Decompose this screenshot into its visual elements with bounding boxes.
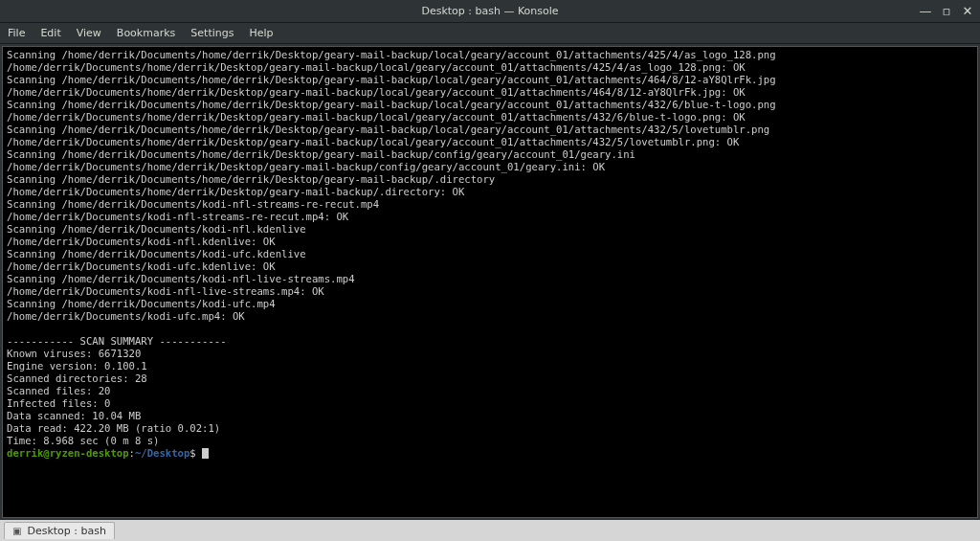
tabbar: ▣ Desktop : bash	[0, 520, 980, 541]
terminal-line: Data scanned: 10.04 MB	[7, 410, 973, 422]
terminal-line: ----------- SCAN SUMMARY -----------	[7, 335, 973, 348]
cursor	[202, 448, 209, 459]
terminal-line: Infected files: 0	[7, 397, 973, 410]
menu-view[interactable]: View	[77, 27, 101, 39]
menubar: File Edit View Bookmarks Settings Help	[0, 23, 980, 44]
terminal-line: Scanning /home/derrik/Documents/home/der…	[7, 49, 973, 61]
tab-label: Desktop : bash	[27, 525, 106, 537]
terminal-line: Known viruses: 6671320	[7, 348, 973, 360]
terminal-area[interactable]: Scanning /home/derrik/Documents/home/der…	[2, 46, 978, 518]
window-controls: — ▫ ✕	[919, 0, 974, 22]
prompt-user: derrik@ryzen-desktop	[7, 447, 129, 459]
terminal-line: /home/derrik/Documents/home/derrik/Deskt…	[7, 136, 973, 148]
terminal-output: Scanning /home/derrik/Documents/home/der…	[7, 49, 973, 460]
prompt-path: ~/Desktop	[135, 447, 189, 459]
terminal-line: Scanning /home/derrik/Documents/kodi-ufc…	[7, 248, 973, 260]
menu-file[interactable]: File	[8, 27, 25, 39]
titlebar[interactable]: Desktop : bash — Konsole — ▫ ✕	[0, 0, 980, 23]
menu-settings[interactable]: Settings	[190, 27, 234, 39]
maximize-button[interactable]: ▫	[940, 5, 953, 18]
menu-help[interactable]: Help	[249, 27, 273, 39]
terminal-line: Scanning /home/derrik/Documents/kodi-nfl…	[7, 198, 973, 211]
terminal-line: Scanning /home/derrik/Documents/kodi-nfl…	[7, 223, 973, 236]
terminal-line: /home/derrik/Documents/kodi-nfl.kdenlive…	[7, 236, 973, 248]
terminal-line: /home/derrik/Documents/kodi-nfl-streams-…	[7, 211, 973, 223]
terminal-line: Scanning /home/derrik/Documents/home/der…	[7, 148, 973, 161]
terminal-line: /home/derrik/Documents/kodi-nfl-live-str…	[7, 285, 973, 298]
prompt-dollar: $	[189, 447, 202, 459]
terminal-line: /home/derrik/Documents/home/derrik/Deskt…	[7, 111, 973, 124]
terminal-line: Scanning /home/derrik/Documents/kodi-ufc…	[7, 298, 973, 310]
menu-edit[interactable]: Edit	[40, 27, 60, 39]
terminal-line: Scanned files: 20	[7, 385, 973, 397]
terminal-line	[7, 323, 973, 335]
terminal-line: /home/derrik/Documents/home/derrik/Deskt…	[7, 186, 973, 198]
minimize-button[interactable]: —	[919, 5, 932, 18]
close-button[interactable]: ✕	[961, 5, 974, 18]
terminal-line: /home/derrik/Documents/kodi-ufc.kdenlive…	[7, 260, 973, 273]
terminal-line: Scanned directories: 28	[7, 372, 973, 385]
terminal-line: Scanning /home/derrik/Documents/home/der…	[7, 124, 973, 136]
terminal-line: /home/derrik/Documents/kodi-ufc.mp4: OK	[7, 310, 973, 323]
terminal-line: Scanning /home/derrik/Documents/home/der…	[7, 74, 973, 86]
terminal-line: /home/derrik/Documents/home/derrik/Deskt…	[7, 161, 973, 173]
konsole-window: Desktop : bash — Konsole — ▫ ✕ File Edit…	[0, 0, 980, 541]
terminal-line: Time: 8.968 sec (0 m 8 s)	[7, 435, 973, 447]
terminal-line: Scanning /home/derrik/Documents/kodi-nfl…	[7, 273, 973, 285]
terminal-line: /home/derrik/Documents/home/derrik/Deskt…	[7, 61, 973, 74]
terminal-line: /home/derrik/Documents/home/derrik/Deskt…	[7, 86, 973, 99]
terminal-line: Scanning /home/derrik/Documents/home/der…	[7, 173, 973, 186]
menu-bookmarks[interactable]: Bookmarks	[117, 27, 175, 39]
terminal-line: Data read: 422.20 MB (ratio 0.02:1)	[7, 422, 973, 435]
window-title: Desktop : bash — Konsole	[421, 5, 558, 17]
terminal-line: Scanning /home/derrik/Documents/home/der…	[7, 99, 973, 111]
terminal-icon: ▣	[12, 526, 21, 536]
tab-desktop-bash[interactable]: ▣ Desktop : bash	[4, 522, 115, 539]
prompt-line: derrik@ryzen-desktop:~/Desktop$	[7, 447, 973, 460]
terminal-line: Engine version: 0.100.1	[7, 360, 973, 372]
